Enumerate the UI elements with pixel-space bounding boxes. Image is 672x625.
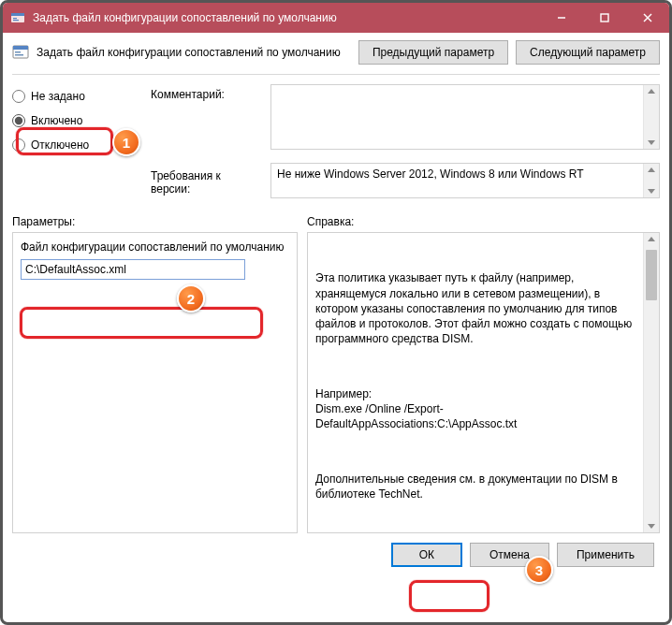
- policy-title: Задать файл конфигурации сопоставлений п…: [37, 46, 351, 59]
- svg-rect-10: [15, 51, 21, 53]
- requirements-text: Не ниже Windows Server 2012, Windows 8 и…: [277, 167, 584, 181]
- app-icon: [10, 10, 25, 25]
- help-panel: Эта политика указывает путь к файлу (нап…: [307, 232, 660, 533]
- requirements-label: Требования к версии:: [151, 166, 263, 196]
- file-config-input[interactable]: [21, 259, 245, 280]
- window-title: Задать файл конфигурации сопоставлений п…: [33, 11, 540, 24]
- radio-not-configured-input[interactable]: [12, 90, 25, 103]
- svg-rect-1: [11, 13, 24, 16]
- radio-disabled-input[interactable]: [12, 138, 25, 152]
- titlebar: Задать файл конфигурации сопоставлений п…: [3, 3, 669, 33]
- comment-textarea[interactable]: [270, 84, 660, 150]
- comment-label: Комментарий:: [151, 84, 263, 150]
- help-scrollbar[interactable]: [643, 233, 659, 532]
- scrollbar[interactable]: [643, 85, 659, 149]
- radio-enabled[interactable]: Включено: [12, 114, 151, 127]
- close-button[interactable]: [626, 3, 669, 33]
- policy-icon: [12, 44, 29, 61]
- svg-rect-9: [13, 46, 28, 50]
- radio-not-configured[interactable]: Не задано: [12, 90, 151, 103]
- cancel-button[interactable]: Отмена: [470, 543, 549, 567]
- parameters-panel: Файл конфигурации сопоставлений по умолч…: [12, 232, 298, 533]
- svg-rect-5: [601, 14, 608, 22]
- radio-disabled[interactable]: Отключено: [12, 138, 151, 152]
- radio-enabled-input[interactable]: [12, 114, 25, 127]
- file-config-label: Файл конфигурации сопоставлений по умолч…: [21, 240, 289, 255]
- svg-rect-2: [13, 18, 17, 19]
- minimize-button[interactable]: [540, 3, 583, 33]
- radio-enabled-label: Включено: [31, 114, 82, 127]
- previous-setting-button[interactable]: Предыдущий параметр: [358, 40, 508, 65]
- svg-rect-11: [15, 54, 23, 56]
- radio-not-configured-label: Не задано: [31, 90, 85, 103]
- svg-rect-3: [13, 20, 19, 21]
- next-setting-button[interactable]: Следующий параметр: [516, 40, 660, 65]
- maximize-button[interactable]: [583, 3, 626, 33]
- requirements-box: Не ниже Windows Server 2012, Windows 8 и…: [270, 163, 660, 198]
- parameters-heading: Параметры:: [12, 215, 307, 228]
- ok-button[interactable]: ОК: [391, 543, 462, 567]
- help-heading: Справка:: [307, 215, 354, 228]
- scrollbar[interactable]: [643, 164, 659, 197]
- apply-button[interactable]: Применить: [557, 543, 654, 567]
- help-text: Эта политика указывает путь к файлу (нап…: [315, 240, 636, 533]
- radio-disabled-label: Отключено: [31, 138, 89, 152]
